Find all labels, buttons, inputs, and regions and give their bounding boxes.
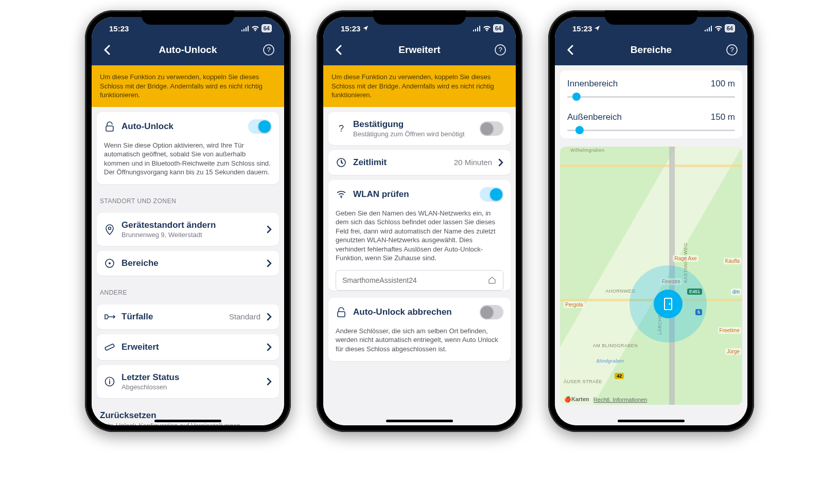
map-poi: dm (731, 289, 741, 295)
confirm-label: Bestätigung (353, 119, 474, 130)
svg-text:?: ? (498, 46, 502, 53)
page-title: Auto-Unlock (114, 44, 261, 56)
ruler-icon (104, 341, 115, 353)
wifi-toggle-row[interactable]: WLAN prüfen (328, 180, 511, 209)
battery-indicator: 64 (725, 24, 735, 32)
location-arrow-icon (362, 25, 369, 31)
map-poi: Rage Axe (673, 255, 698, 262)
svg-point-3 (109, 227, 111, 229)
map-poi: Freetime (718, 327, 741, 334)
auto-unlock-toggle-row[interactable]: Auto-Unlock (97, 112, 279, 141)
slider-thumb[interactable] (575, 126, 584, 134)
status-time: 15:23 (109, 24, 129, 33)
battery-indicator: 64 (261, 24, 272, 32)
page-title: Bereiche (578, 44, 725, 56)
content-scroll[interactable]: Innenbereich 100 m Außenbereich 150 m (555, 65, 747, 425)
confirm-row[interactable]: ? Bestätigung Bestätigung zum Öffnen wir… (328, 112, 511, 145)
help-button[interactable]: ? (725, 43, 739, 57)
back-button[interactable] (563, 43, 578, 57)
cancel-label: Auto-Unlock abbrechen (353, 307, 474, 317)
home-indicator[interactable] (618, 420, 685, 422)
last-status-label: Letzter Status (121, 372, 260, 383)
map-street-label: Blindgraben (597, 358, 624, 364)
target-icon (104, 258, 115, 268)
svg-point-12 (341, 196, 342, 197)
outer-range-slider[interactable] (567, 130, 735, 131)
device-location-address: Brunnenweg 9, Weiterstadt (121, 231, 260, 239)
location-arrow-icon (594, 25, 600, 31)
latch-icon (104, 313, 115, 321)
help-icon: ? (726, 44, 738, 56)
svg-rect-2 (106, 126, 113, 131)
advanced-row[interactable]: Erweitert (97, 334, 279, 360)
wifi-label: WLAN prüfen (353, 189, 474, 200)
areas-row[interactable]: Bereiche (97, 251, 279, 276)
device-location-row[interactable]: Gerätestandort ändern Brunnenweg 9, Weit… (97, 213, 279, 246)
content-scroll[interactable]: Um diese Funktion zu verwenden, koppeln … (92, 65, 284, 425)
bridge-warning: Um diese Funktion zu verwenden, koppeln … (323, 65, 516, 107)
section-location-header: STANDORT UND ZONEN (92, 189, 284, 208)
clock-icon (336, 157, 347, 168)
pin-icon (104, 224, 115, 235)
chevron-right-icon (498, 158, 503, 167)
map-street-label: Wilhelmgraben (570, 148, 605, 153)
chevron-right-icon (267, 313, 272, 321)
status-time: 15:23 (341, 24, 369, 33)
inner-range-slider[interactable] (567, 96, 735, 98)
home-indicator[interactable] (154, 420, 221, 422)
help-button[interactable]: ? (261, 43, 276, 57)
slider-thumb[interactable] (572, 93, 581, 101)
chevron-right-icon (267, 377, 272, 386)
home-indicator[interactable] (386, 420, 453, 422)
content-scroll[interactable]: Um diese Funktion zu verwenden, koppeln … (323, 65, 516, 425)
latch-label: Türfalle (121, 312, 223, 322)
inner-range-value: 100 m (711, 79, 735, 89)
signal-icon (704, 26, 712, 31)
svg-rect-16 (665, 298, 672, 310)
phone-frame-2: 15:23 64 Erweitert ? Um diese Funktion z… (317, 10, 522, 432)
map-legal-link[interactable]: Rechtl. Informationen (593, 397, 648, 403)
wifi-name-input[interactable] (342, 276, 483, 284)
inner-range-label: Innenbereich (567, 79, 618, 89)
unlock-icon (104, 121, 115, 132)
chevron-left-icon (335, 45, 342, 55)
cancel-toggle[interactable] (480, 305, 503, 319)
wifi-name-input-wrap[interactable] (336, 270, 503, 291)
nav-header: Bereiche ? (555, 40, 747, 65)
status-time: 15:23 (572, 24, 600, 33)
inner-range-row: Innenbereich 100 m (567, 74, 735, 98)
battery-indicator: 64 (493, 24, 503, 32)
map-street-label: ÄUSER STRAßE (564, 379, 602, 384)
last-status-row[interactable]: Letzter Status Abgeschlossen (97, 365, 279, 398)
wifi-toggle[interactable] (480, 187, 503, 202)
notch (142, 10, 234, 25)
map-poi: Pergola (564, 301, 584, 308)
geofence-circle (630, 265, 707, 343)
back-button[interactable] (331, 43, 346, 57)
map-view[interactable]: Wilhelmgraben AHORNWEG KASTANIENWEG LÄRC… (560, 147, 742, 405)
svg-text:?: ? (730, 46, 733, 53)
cancel-toggle-row[interactable]: Auto-Unlock abbrechen (328, 298, 511, 327)
sliders-card: Innenbereich 100 m Außenbereich 150 m (560, 70, 742, 138)
svg-point-5 (109, 262, 111, 264)
notch (373, 10, 466, 25)
timelimit-label: Zeitlimit (353, 157, 448, 168)
timelimit-row[interactable]: Zeitlimit 20 Minuten (328, 150, 511, 175)
nav-header: Erweitert ? (323, 40, 516, 65)
nav-header: Auto-Unlock ? (92, 40, 284, 65)
back-button[interactable] (100, 43, 114, 57)
chevron-left-icon (103, 45, 111, 55)
status-indicators: 64 (473, 24, 503, 32)
svg-text:?: ? (339, 123, 344, 134)
cancel-card: Auto-Unlock abbrechen Andere Schlösser, … (328, 298, 511, 361)
status-indicators: 64 (241, 24, 272, 32)
svg-rect-6 (105, 344, 115, 350)
map-poi: Kaufla (724, 258, 741, 264)
confirm-toggle[interactable] (480, 121, 503, 136)
help-button[interactable]: ? (493, 43, 508, 57)
timelimit-value: 20 Minuten (454, 158, 492, 167)
auto-unlock-toggle[interactable] (248, 119, 272, 134)
latch-row[interactable]: Türfalle Standard (97, 304, 279, 329)
lock-location-pin (654, 290, 683, 318)
outer-range-value: 150 m (711, 112, 735, 122)
